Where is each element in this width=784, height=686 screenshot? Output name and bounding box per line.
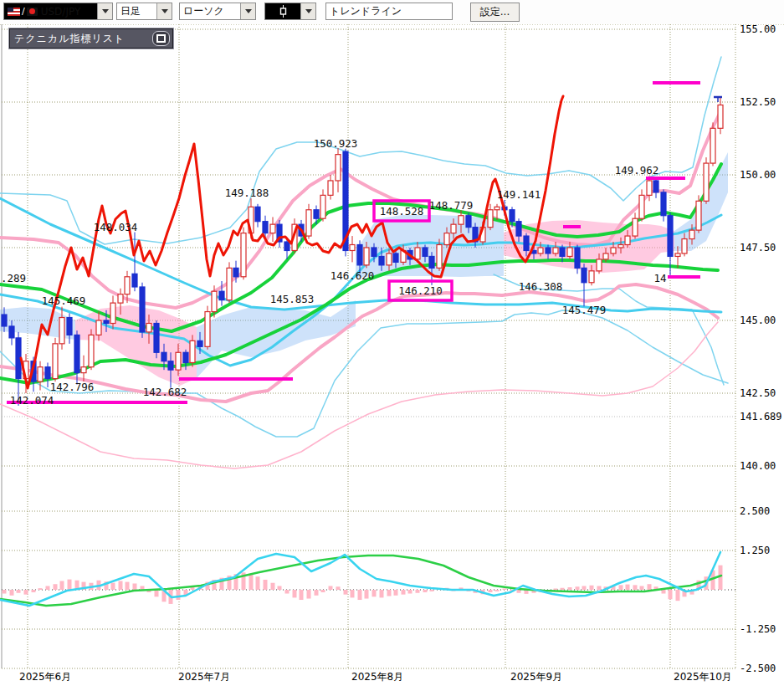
candle-body xyxy=(2,315,7,326)
symbol-select[interactable]: / USD/JPY xyxy=(3,3,113,20)
panel-title: テクニカル指標リスト xyxy=(10,32,152,46)
price-label: 142.074 xyxy=(10,394,54,407)
candle-body xyxy=(639,195,644,218)
price-label: .289 xyxy=(1,272,26,284)
oscillator-layer xyxy=(0,552,723,606)
candle-body xyxy=(176,352,181,370)
histogram-bar xyxy=(582,586,587,590)
candle-body xyxy=(718,105,723,128)
candle-body xyxy=(582,268,587,282)
technical-indicator-panel[interactable]: テクニカル指標リスト xyxy=(9,28,173,49)
candle-body xyxy=(682,239,687,253)
candle-body xyxy=(104,320,109,323)
histogram-bar xyxy=(32,590,36,592)
candle-body xyxy=(704,163,709,201)
candle-body xyxy=(197,340,202,346)
candle-body xyxy=(589,271,594,283)
drawing-tool-input[interactable] xyxy=(325,3,453,20)
candle-body xyxy=(219,291,224,299)
candle-body xyxy=(647,181,652,195)
settings-button[interactable]: 設定... xyxy=(470,3,520,22)
candle-style-select[interactable] xyxy=(264,3,316,20)
histogram-bar xyxy=(329,586,333,590)
boxed-price-label: 148.528 xyxy=(380,205,424,218)
y-axis-tick-label: 141.689 xyxy=(740,411,782,422)
candle-body xyxy=(625,236,630,244)
symbol-dropdown-button[interactable] xyxy=(97,3,112,19)
candle-body xyxy=(510,210,515,222)
histogram-bar xyxy=(576,586,580,590)
histogram-bar xyxy=(300,590,304,600)
histogram-bar xyxy=(119,581,123,590)
y-axis-tick-label: 147.50 xyxy=(740,242,776,253)
histogram-bar xyxy=(387,590,392,596)
candle-body xyxy=(328,181,333,195)
histogram-bar xyxy=(416,590,420,593)
candle-body xyxy=(81,367,86,373)
histogram-bar xyxy=(676,590,680,601)
price-label: 149.188 xyxy=(225,187,269,199)
y-axis-tick-label: 152.50 xyxy=(740,96,776,108)
timeframe-dropdown-button[interactable] xyxy=(156,3,172,19)
candle-body xyxy=(597,259,602,271)
chevron-down-icon xyxy=(245,9,252,13)
candle-body xyxy=(205,312,210,347)
candle-body xyxy=(263,222,268,233)
histogram-bar xyxy=(17,590,21,593)
histogram-bar xyxy=(315,590,319,596)
price-label: 150.923 xyxy=(314,137,358,150)
histogram-bar xyxy=(271,583,275,590)
histogram-bar xyxy=(430,590,434,591)
x-axis-month-label: 2025年8月 xyxy=(351,671,403,683)
timeframe-select[interactable]: 日足 xyxy=(116,3,172,20)
candle-body xyxy=(89,335,94,366)
x-axis-month-label: 2025年6月 xyxy=(19,671,71,683)
histogram-bar xyxy=(640,586,644,590)
candle-body xyxy=(320,195,325,218)
candle-body xyxy=(140,287,145,332)
panel-restore-button[interactable] xyxy=(152,31,170,46)
candle-body xyxy=(668,216,673,257)
candle-body xyxy=(516,222,521,236)
candle-body xyxy=(611,248,616,253)
price-label: 146.308 xyxy=(519,280,563,293)
histogram-bar xyxy=(285,590,290,594)
candle-body xyxy=(423,248,428,256)
candle-body xyxy=(372,248,377,256)
y-axis-tick-label: 150.00 xyxy=(740,169,776,181)
histogram-bar xyxy=(619,585,623,590)
histogram-bar xyxy=(590,586,594,590)
y-axis-tick-label: -1.250 xyxy=(740,623,776,635)
candle-style-dropdown-button[interactable] xyxy=(300,3,315,19)
histogram-bar xyxy=(495,590,500,591)
histogram-bar xyxy=(10,590,14,596)
candle-body xyxy=(538,248,543,253)
histogram-bar xyxy=(54,584,58,590)
histogram-bar xyxy=(719,566,723,590)
charttype-dropdown-button[interactable] xyxy=(240,3,255,19)
candle-body xyxy=(451,224,456,233)
price-chart[interactable]: 148.528146.210.289148.034145.469142.7961… xyxy=(0,0,784,686)
x-axis-month-label: 2025年10月 xyxy=(674,671,732,683)
boxed-price-label: 146.210 xyxy=(398,284,443,297)
candle-body xyxy=(567,248,572,256)
price-label: 145.853 xyxy=(270,293,315,305)
candle-body xyxy=(466,216,471,228)
candle-body xyxy=(429,256,434,268)
histogram-bar xyxy=(561,588,565,590)
candle-body xyxy=(132,274,137,287)
candle-body xyxy=(459,216,464,224)
histogram-bar xyxy=(344,590,348,595)
candle-body xyxy=(437,245,442,269)
charttype-label: ローソク xyxy=(183,4,224,18)
candle-body xyxy=(350,245,355,251)
charttype-select[interactable]: ローソク xyxy=(179,3,256,20)
histogram-bar xyxy=(336,586,341,590)
candle-body xyxy=(118,294,123,303)
histogram-bar xyxy=(38,588,43,590)
candle-body xyxy=(364,248,369,265)
price-label: 149.141 xyxy=(497,188,541,201)
candle-body xyxy=(653,181,658,192)
candle-body xyxy=(161,352,167,361)
y-axis-tick-label: 2.500 xyxy=(740,505,770,517)
